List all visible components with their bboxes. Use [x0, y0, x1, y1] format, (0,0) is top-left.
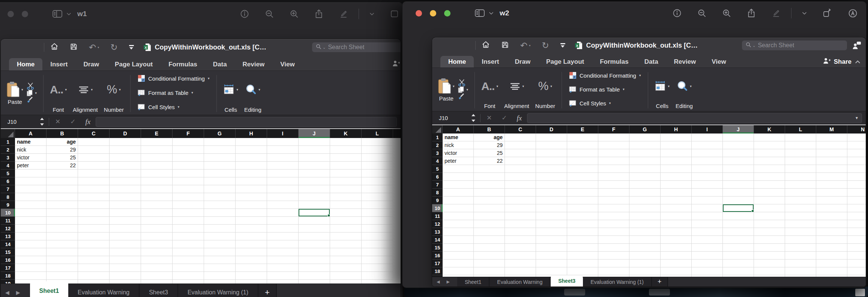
info-icon[interactable] — [240, 9, 249, 18]
excel-titlebar[interactable]: ↶▾ ↻ X CopyWithinWorkbook_out.xls [C… ⌄ … — [1, 39, 401, 56]
cell-D14[interactable] — [536, 236, 567, 244]
cell-D5[interactable] — [536, 165, 567, 173]
row-header-17[interactable]: 17 — [1, 264, 15, 272]
cell-E17[interactable] — [567, 260, 598, 267]
zoom-out-icon[interactable] — [697, 9, 706, 18]
cell-G3[interactable] — [204, 154, 236, 162]
cell-B13[interactable] — [47, 232, 78, 240]
column-header-D[interactable]: D — [110, 129, 141, 138]
cell-F14[interactable] — [598, 236, 629, 244]
cell-C16[interactable] — [78, 256, 110, 264]
cell-J15[interactable] — [723, 244, 754, 252]
cell-N12[interactable] — [847, 220, 866, 228]
cell-E13[interactable] — [567, 228, 598, 236]
cell-K1[interactable] — [754, 134, 785, 141]
cell-J4[interactable] — [723, 157, 754, 165]
paste-button[interactable]: ▾ — [438, 78, 455, 94]
cell-E6[interactable] — [567, 173, 598, 181]
cell-F18[interactable] — [173, 272, 204, 280]
cell-H18[interactable] — [661, 267, 692, 275]
cell-E3[interactable] — [141, 154, 173, 162]
copy-button[interactable]: ▾ — [458, 86, 469, 93]
chevron-up-icon[interactable] — [855, 60, 860, 64]
cell-B8[interactable] — [47, 193, 78, 201]
cell-A18[interactable] — [443, 267, 474, 275]
row-header-4[interactable]: 4 — [432, 157, 443, 165]
cell-F16[interactable] — [598, 252, 629, 260]
cell-B2[interactable]: 29 — [47, 146, 78, 154]
cell-J12[interactable] — [723, 220, 754, 228]
cell-D18[interactable] — [536, 267, 567, 275]
cell-H13[interactable] — [236, 232, 267, 240]
cell-A13[interactable] — [15, 232, 47, 240]
cell-C6[interactable] — [505, 173, 536, 181]
row-header-2[interactable]: 2 — [432, 141, 443, 149]
cell-I18[interactable] — [267, 272, 299, 280]
cell-H6[interactable] — [661, 173, 692, 181]
cell-F15[interactable] — [173, 248, 204, 256]
cell-C4[interactable] — [78, 162, 110, 170]
cell-E9[interactable] — [567, 196, 598, 204]
cell-H15[interactable] — [236, 248, 267, 256]
cell-J5[interactable] — [723, 165, 754, 173]
cell-A2[interactable]: nick — [443, 141, 474, 149]
cell-K12[interactable] — [754, 220, 785, 228]
cell-A4[interactable]: peter — [15, 162, 47, 170]
column-header-M[interactable]: M — [816, 125, 847, 134]
redo-button[interactable]: ↻ — [542, 41, 549, 50]
cell-A7[interactable] — [443, 181, 474, 189]
cell-E11[interactable] — [567, 212, 598, 220]
cell-B9[interactable] — [47, 201, 78, 209]
zoom-in-icon[interactable] — [290, 9, 299, 18]
row-header-9[interactable]: 9 — [1, 201, 15, 209]
cell-F8[interactable] — [173, 193, 204, 201]
cell-G10[interactable] — [204, 209, 236, 217]
cell-L6[interactable] — [362, 177, 393, 185]
cell-G19[interactable] — [204, 280, 236, 284]
cell-F9[interactable] — [598, 196, 629, 204]
cell-H1[interactable] — [661, 134, 692, 141]
cell-I14[interactable] — [267, 240, 299, 248]
cell-J10[interactable] — [723, 204, 754, 212]
excel-titlebar[interactable]: ↶▾ ↻ X CopyWithinWorkbook_out.xls [C… ⌄ … — [432, 38, 866, 53]
zoom-in-icon[interactable] — [722, 9, 731, 18]
cell-A7[interactable] — [15, 185, 47, 193]
search-input[interactable]: ⌄ Search Sheet — [312, 42, 401, 52]
cell-C6[interactable] — [78, 177, 110, 185]
add-sheet-button[interactable]: + — [652, 277, 668, 286]
cell-J7[interactable] — [299, 185, 330, 193]
cell-G11[interactable] — [629, 212, 661, 220]
cell-D16[interactable] — [110, 256, 141, 264]
cell-H3[interactable] — [661, 149, 692, 157]
cell-I2[interactable] — [692, 141, 723, 149]
cell-C14[interactable] — [78, 240, 110, 248]
cell-H14[interactable] — [236, 240, 267, 248]
cell-L16[interactable] — [362, 256, 393, 264]
ribbon-tab-data[interactable]: Data — [637, 56, 666, 68]
cell-G7[interactable] — [204, 185, 236, 193]
cell-H2[interactable] — [661, 141, 692, 149]
cell-D1[interactable] — [536, 134, 567, 141]
name-box-stepper[interactable] — [40, 118, 44, 126]
cell-C19[interactable] — [78, 280, 110, 284]
cell-F18[interactable] — [598, 267, 629, 275]
cell-H5[interactable] — [236, 170, 267, 177]
cell-D9[interactable] — [110, 201, 141, 209]
cell-L8[interactable] — [785, 189, 816, 196]
ribbon-tab-view[interactable]: View — [272, 58, 302, 70]
cell-J8[interactable] — [723, 189, 754, 196]
cell-K17[interactable] — [330, 264, 362, 272]
name-box-stepper[interactable] — [472, 114, 475, 122]
cell-J7[interactable] — [723, 181, 754, 189]
cell-H5[interactable] — [661, 165, 692, 173]
cell-K13[interactable] — [330, 232, 362, 240]
cell-L1[interactable] — [362, 138, 393, 146]
cell-A6[interactable] — [443, 173, 474, 181]
person-chat-icon[interactable] — [852, 41, 861, 50]
cell-N18[interactable] — [847, 267, 866, 275]
cell-N6[interactable] — [847, 173, 866, 181]
cell-B4[interactable]: 22 — [474, 157, 505, 165]
cell-N17[interactable] — [847, 260, 866, 267]
cell-M9[interactable] — [816, 196, 847, 204]
cell-G8[interactable] — [204, 193, 236, 201]
